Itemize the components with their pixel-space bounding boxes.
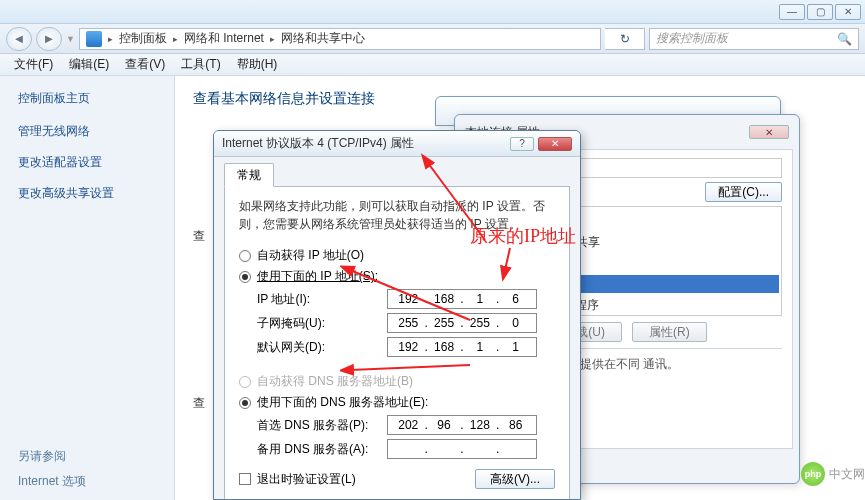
dialog-title: Internet 协议版本 4 (TCP/IPv4) 属性 xyxy=(222,135,414,152)
ip-address-input[interactable]: 192. 168. 1. 6 xyxy=(387,289,537,309)
gateway-input[interactable]: 192. 168. 1. 1 xyxy=(387,337,537,357)
sidebar-home-link[interactable]: 控制面板主页 xyxy=(18,90,156,107)
crumb-network-internet[interactable]: 网络和 Internet xyxy=(184,30,264,47)
watermark: php 中文网 xyxy=(801,462,865,486)
ip-address-label: IP 地址(I): xyxy=(257,291,387,308)
search-icon[interactable]: 🔍 xyxy=(837,32,852,46)
menu-view[interactable]: 查看(V) xyxy=(117,54,173,75)
sidebar-change-adapter[interactable]: 更改适配器设置 xyxy=(18,154,156,171)
tab-general[interactable]: 常规 xyxy=(224,163,274,187)
menu-bar: 文件(F) 编辑(E) 查看(V) 工具(T) 帮助(H) xyxy=(0,54,865,76)
search-placeholder: 搜索控制面板 xyxy=(656,30,728,47)
radio-auto-ip-label: 自动获得 IP 地址(O) xyxy=(257,247,364,264)
dns1-input[interactable]: 202. 96. 128. 86 xyxy=(387,415,537,435)
radio-static-dns[interactable] xyxy=(239,397,251,409)
dns1-label: 首选 DNS 服务器(P): xyxy=(257,417,387,434)
dns2-input[interactable]: . . . xyxy=(387,439,537,459)
chevron-right-icon: ▸ xyxy=(173,34,178,44)
menu-file[interactable]: 文件(F) xyxy=(6,54,61,75)
menu-edit[interactable]: 编辑(E) xyxy=(61,54,117,75)
sidebar-advanced-sharing[interactable]: 更改高级共享设置 xyxy=(18,185,156,202)
control-panel-icon xyxy=(86,31,102,47)
ipv4-properties-dialog: Internet 协议版本 4 (TCP/IPv4) 属性 ? ✕ 常规 如果网… xyxy=(213,130,581,500)
radio-auto-dns-label: 自动获得 DNS 服务器地址(B) xyxy=(257,373,413,390)
sidebar-see-also-heading: 另请参阅 xyxy=(18,448,86,465)
exit-verify-label: 退出时验证设置(L) xyxy=(257,471,356,488)
dns2-label: 备用 DNS 服务器(A): xyxy=(257,441,387,458)
radio-auto-dns xyxy=(239,376,251,388)
breadcrumb-bar[interactable]: ▸ 控制面板 ▸ 网络和 Internet ▸ 网络和共享中心 xyxy=(79,28,601,50)
search-input[interactable]: 搜索控制面板 🔍 xyxy=(649,28,859,50)
close-button[interactable]: ✕ xyxy=(835,4,861,20)
menu-help[interactable]: 帮助(H) xyxy=(229,54,286,75)
description-text: 如果网络支持此功能，则可以获取自动指派的 IP 设置。否则，您需要从网络系统管理… xyxy=(239,197,555,233)
advanced-button[interactable]: 高级(V)... xyxy=(475,469,555,489)
tab-panel-general: 如果网络支持此功能，则可以获取自动指派的 IP 设置。否则，您需要从网络系统管理… xyxy=(224,186,570,500)
sidebar: 控制面板主页 管理无线网络 更改适配器设置 更改高级共享设置 另请参阅 Inte… xyxy=(0,76,175,500)
chevron-right-icon: ▸ xyxy=(270,34,275,44)
nav-history-dropdown-icon[interactable]: ▼ xyxy=(66,34,75,44)
watermark-text: 中文网 xyxy=(829,466,865,483)
radio-static-ip[interactable] xyxy=(239,271,251,283)
window-titlebar: — ▢ ✕ xyxy=(0,0,865,24)
refresh-button[interactable]: ↻ xyxy=(620,32,630,46)
help-button[interactable]: ? xyxy=(510,137,534,151)
nav-back-button[interactable]: ◄ xyxy=(6,27,32,51)
menu-tools[interactable]: 工具(T) xyxy=(173,54,228,75)
navigation-bar: ◄ ► ▼ ▸ 控制面板 ▸ 网络和 Internet ▸ 网络和共享中心 ↻ … xyxy=(0,24,865,54)
exit-verify-checkbox[interactable] xyxy=(239,473,251,485)
chevron-right-icon: ▸ xyxy=(108,34,113,44)
minimize-button[interactable]: — xyxy=(779,4,805,20)
crumb-control-panel[interactable]: 控制面板 xyxy=(119,30,167,47)
sidebar-internet-options[interactable]: Internet 选项 xyxy=(18,473,86,490)
maximize-button[interactable]: ▢ xyxy=(807,4,833,20)
properties-button[interactable]: 属性(R) xyxy=(632,322,707,342)
radio-static-dns-label: 使用下面的 DNS 服务器地址(E): xyxy=(257,394,428,411)
close-button[interactable]: ✕ xyxy=(538,137,572,151)
sidebar-manage-wireless[interactable]: 管理无线网络 xyxy=(18,123,156,140)
nav-forward-button[interactable]: ► xyxy=(36,27,62,51)
configure-button[interactable]: 配置(C)... xyxy=(705,182,782,202)
subnet-mask-label: 子网掩码(U): xyxy=(257,315,387,332)
gateway-label: 默认网关(D): xyxy=(257,339,387,356)
radio-static-ip-label: 使用下面的 IP 地址(S): xyxy=(257,268,378,285)
crumb-network-sharing-center[interactable]: 网络和共享中心 xyxy=(281,30,365,47)
php-logo-icon: php xyxy=(801,462,825,486)
close-icon[interactable]: ✕ xyxy=(749,125,789,139)
radio-auto-ip[interactable] xyxy=(239,250,251,262)
subnet-mask-input[interactable]: 255. 255. 255. 0 xyxy=(387,313,537,333)
